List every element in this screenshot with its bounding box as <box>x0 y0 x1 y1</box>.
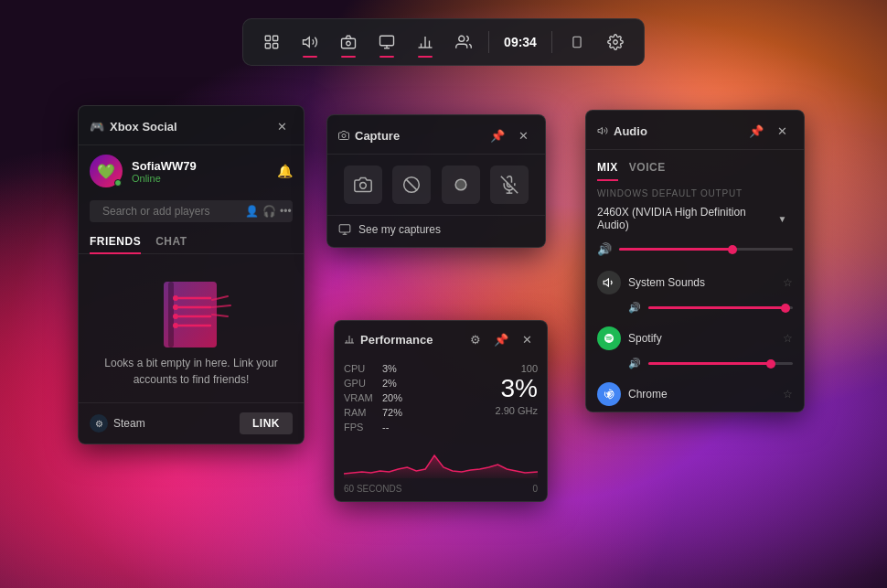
audio-title-text: Audio <box>614 124 647 138</box>
svg-rect-3 <box>273 44 278 48</box>
system-sounds-slider[interactable] <box>648 306 793 309</box>
audio-title: Audio <box>597 124 647 138</box>
more-icon[interactable]: ••• <box>280 205 292 218</box>
party-icon[interactable] <box>254 25 289 59</box>
capture-panel-actions: 📌 ✕ <box>486 124 534 146</box>
xbox-close-button[interactable]: ✕ <box>271 115 293 137</box>
svg-point-15 <box>614 40 618 45</box>
fps-label: FPS <box>344 422 379 433</box>
master-volume-slider[interactable] <box>619 248 793 251</box>
perf-close-button[interactable]: ✕ <box>516 328 538 350</box>
audio-master-volume-row: 🔊 <box>586 239 804 265</box>
spotify-star[interactable]: ☆ <box>783 332 793 345</box>
audio-close-button[interactable]: ✕ <box>771 120 793 142</box>
xbox-tab-friends[interactable]: FRIENDS <box>90 230 141 253</box>
online-indicator <box>114 179 122 187</box>
audio-pin-button[interactable]: 📌 <box>745 120 767 142</box>
search-input[interactable] <box>102 205 240 218</box>
mic-off-button[interactable] <box>490 166 529 204</box>
search-actions: 👤 🎧 ••• <box>245 205 292 218</box>
no-capture-button[interactable] <box>392 166 431 204</box>
audio-title-icon <box>597 125 608 136</box>
svg-rect-5 <box>342 38 356 48</box>
spotify-thumb[interactable] <box>766 359 775 369</box>
audio-tab-mix[interactable]: MIX <box>597 157 618 181</box>
vram-value: 20% <box>382 392 402 403</box>
xbox-icon: 🎮 <box>90 120 104 134</box>
headset-icon[interactable]: 🎧 <box>262 205 276 218</box>
see-captures-text: See my captures <box>358 223 441 236</box>
people-icon[interactable] <box>446 25 481 59</box>
steam-icon: ⚙ <box>90 414 108 433</box>
see-captures-link[interactable]: See my captures <box>327 215 545 247</box>
svg-rect-1 <box>273 36 278 40</box>
display-icon[interactable] <box>369 25 404 59</box>
avatar-icon: 💚 <box>97 163 115 180</box>
screenshot-button[interactable] <box>344 166 382 204</box>
ram-value: 72% <box>382 407 402 418</box>
spotify-row: Spotify ☆ <box>586 321 804 356</box>
settings-icon[interactable] <box>598 25 633 59</box>
svg-point-27 <box>173 323 178 328</box>
audio-device-expand[interactable]: ▼ <box>772 208 793 230</box>
spotify-slider[interactable] <box>648 362 793 365</box>
perf-percentage: 3% <box>501 376 538 401</box>
svg-rect-2 <box>265 44 270 48</box>
cpu-value: 3% <box>382 363 397 374</box>
spotify-slider-row: 🔊 <box>586 356 804 377</box>
capture-pin-button[interactable]: 📌 <box>486 124 508 146</box>
add-person-icon[interactable]: 👤 <box>245 205 259 218</box>
system-sounds-thumb[interactable] <box>781 304 790 313</box>
spotify-vol-icon: 🔊 <box>628 358 641 369</box>
system-sounds-star[interactable]: ☆ <box>783 276 793 289</box>
xbox-social-panel: 🎮 Xbox Social ✕ 💚 SofiaWW79 Online 🔔 👤 🎧… <box>78 105 305 444</box>
capture-close-button[interactable]: ✕ <box>512 124 534 146</box>
mobile-icon[interactable] <box>560 25 594 59</box>
xbox-empty-message: Looks a bit empty in here. Link your acc… <box>90 355 293 388</box>
volume-icon[interactable] <box>293 25 327 59</box>
spotify-icon <box>597 326 621 350</box>
perf-big-number: 100 3% 2.90 GHz <box>496 361 538 434</box>
audio-tab-voice[interactable]: VOICE <box>629 157 666 181</box>
svg-point-26 <box>173 314 178 319</box>
perf-settings-button[interactable]: ⚙ <box>465 328 486 350</box>
capture-icon[interactable] <box>331 25 366 59</box>
topbar-time: 09:34 <box>497 35 544 49</box>
svg-point-24 <box>173 295 178 301</box>
audio-panel: Audio 📌 ✕ MIX VOICE WINDOWS DEFAULT OUTP… <box>585 110 805 412</box>
xbox-search-bar: 👤 🎧 ••• <box>90 200 293 222</box>
xbox-user-row: 💚 SofiaWW79 Online 🔔 <box>79 145 304 197</box>
svg-rect-0 <box>265 36 270 40</box>
audio-panel-actions: 📌 ✕ <box>745 120 793 142</box>
chrome-star[interactable]: ☆ <box>783 388 793 401</box>
audio-device-name: 2460X (NVIDIA High Definition Audio) <box>597 206 772 231</box>
xbox-tab-chat[interactable]: CHAT <box>155 230 187 253</box>
chart-icon[interactable] <box>408 25 443 59</box>
system-sounds-row: System Sounds ☆ <box>586 265 804 300</box>
system-sounds-slider-row: 🔊 <box>586 300 804 321</box>
xbox-friends-content: Looks a bit empty in here. Link your acc… <box>79 254 304 402</box>
performance-header: Performance ⚙ 📌 ✕ <box>335 321 547 358</box>
notification-bell-icon[interactable]: 🔔 <box>277 164 293 178</box>
svg-marker-4 <box>304 37 310 48</box>
audio-tabs-row: MIX VOICE <box>586 150 804 181</box>
system-sounds-vol-icon: 🔊 <box>628 302 641 314</box>
audio-device-row: 2460X (NVIDIA High Definition Audio) ▼ <box>586 202 804 239</box>
divider <box>488 31 489 53</box>
cpu-label: CPU <box>344 363 379 374</box>
record-button[interactable] <box>442 166 480 204</box>
ram-stat: RAM 72% <box>344 405 488 420</box>
link-button[interactable]: LINK <box>240 412 293 434</box>
cpu-stat: CPU 3% <box>344 361 488 376</box>
xbox-title-text: Xbox Social <box>110 120 177 134</box>
master-volume-thumb[interactable] <box>728 245 737 254</box>
performance-panel: Performance ⚙ 📌 ✕ CPU 3% GPU 2% VRAM 20%… <box>334 320 548 502</box>
perf-pin-button[interactable]: 📌 <box>490 328 512 350</box>
fps-value: -- <box>382 422 389 433</box>
gpu-stat: GPU 2% <box>344 376 488 390</box>
steam-label: Steam <box>113 417 145 430</box>
svg-rect-13 <box>573 37 581 48</box>
performance-actions: ⚙ 📌 ✕ <box>465 328 538 350</box>
capture-buttons-row <box>327 155 545 215</box>
perf-ghz: 2.90 GHz <box>496 405 538 416</box>
